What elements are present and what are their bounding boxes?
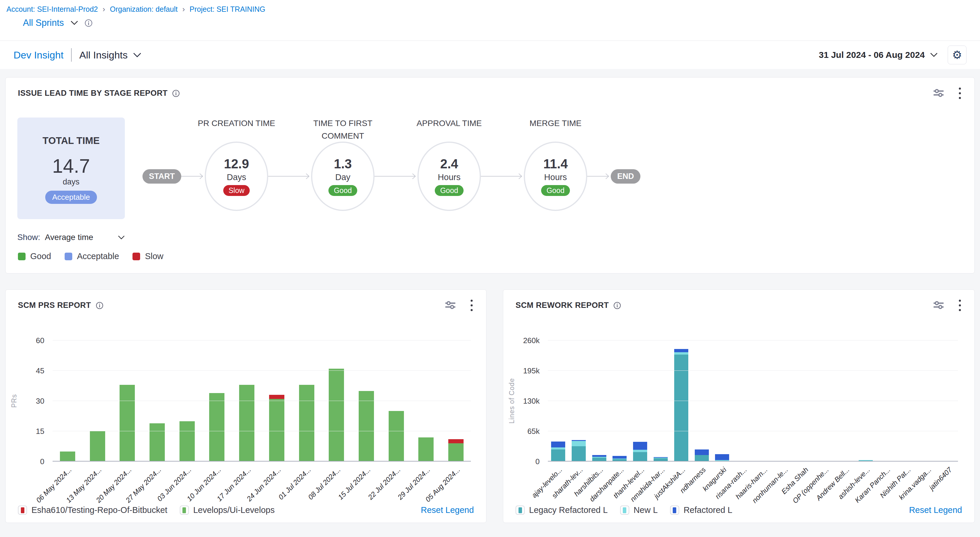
legend-item[interactable]: Levelops/Ui-Levelops bbox=[180, 505, 275, 515]
stage-ellipse[interactable]: 2.4 Hours Good bbox=[417, 141, 481, 211]
bar-segment[interactable] bbox=[448, 443, 464, 461]
bar-segment[interactable] bbox=[572, 441, 586, 446]
bar-segment[interactable] bbox=[269, 399, 284, 461]
bar[interactable] bbox=[448, 439, 464, 461]
reset-legend-link[interactable]: Reset Legend bbox=[421, 505, 474, 515]
bar-segment[interactable] bbox=[551, 442, 565, 448]
show-dropdown[interactable]: Show: Average time bbox=[18, 233, 125, 242]
bar[interactable] bbox=[119, 385, 135, 461]
bar-segment[interactable] bbox=[180, 421, 195, 461]
bar-segment[interactable] bbox=[674, 349, 688, 352]
bar[interactable] bbox=[674, 349, 688, 461]
stage-0[interactable]: PR CREATION TIME 12.9 Days Slow bbox=[205, 141, 268, 211]
bar-segment[interactable] bbox=[150, 423, 165, 461]
legend-item[interactable]: Esha610/Testing-Repo-Of-Bitbucket bbox=[18, 505, 167, 515]
bar-segment[interactable] bbox=[90, 431, 105, 461]
bar[interactable] bbox=[418, 437, 434, 461]
bar-segment[interactable] bbox=[418, 437, 434, 461]
info-icon[interactable] bbox=[84, 19, 92, 27]
bar-segment[interactable] bbox=[633, 452, 647, 461]
bar[interactable] bbox=[60, 451, 75, 461]
chevron-down-icon[interactable] bbox=[133, 52, 141, 57]
bar[interactable] bbox=[572, 440, 586, 461]
bar[interactable] bbox=[209, 393, 224, 461]
bar[interactable] bbox=[592, 455, 606, 461]
chevron-down-icon[interactable] bbox=[930, 52, 938, 57]
y-tick-label: 15 bbox=[36, 427, 45, 436]
bar[interactable] bbox=[633, 442, 647, 461]
bar-segment[interactable] bbox=[633, 450, 647, 452]
bar-segment[interactable] bbox=[674, 352, 688, 354]
stage-ellipse[interactable]: 1.3 Day Good bbox=[311, 141, 375, 211]
total-time-value: 14.7 bbox=[52, 156, 90, 176]
bar[interactable] bbox=[90, 431, 105, 461]
breadcrumb-item[interactable]: Project: SEI TRAINING bbox=[189, 5, 265, 14]
date-range-selector[interactable]: 31 Jul 2024 - 06 Aug 2024 bbox=[819, 50, 938, 60]
bar-segment[interactable] bbox=[239, 385, 255, 461]
stage-2[interactable]: APPROVAL TIME 2.4 Hours Good bbox=[417, 141, 481, 211]
bar[interactable] bbox=[269, 395, 284, 461]
stage-3[interactable]: MERGE TIME 11.4 Hours Good bbox=[524, 141, 587, 211]
bar-segment[interactable] bbox=[269, 395, 284, 399]
sprint-selector[interactable]: All Sprints bbox=[23, 17, 92, 28]
insight-selector-label[interactable]: All Insights bbox=[79, 49, 127, 61]
filter-sliders-icon[interactable] bbox=[933, 88, 944, 99]
bar-segment[interactable] bbox=[329, 369, 344, 461]
bar-segment[interactable] bbox=[209, 393, 224, 461]
bar-segment[interactable] bbox=[119, 385, 135, 461]
stage-1[interactable]: TIME TO FIRST COMMENT 1.3 Day Good bbox=[311, 141, 375, 211]
bar[interactable] bbox=[299, 385, 314, 461]
info-icon[interactable] bbox=[96, 302, 103, 309]
bar-segment[interactable] bbox=[572, 446, 586, 461]
bar-segment[interactable] bbox=[60, 451, 75, 461]
insight-selector[interactable]: All Insights bbox=[79, 49, 141, 61]
info-icon[interactable] bbox=[172, 90, 180, 97]
legend-item[interactable]: New L bbox=[620, 505, 658, 515]
chevron-down-icon[interactable] bbox=[118, 235, 125, 240]
legend-item[interactable]: Legacy Refactored L bbox=[515, 505, 608, 515]
bar[interactable] bbox=[359, 391, 374, 461]
bar-segment[interactable] bbox=[695, 450, 709, 455]
bar-segment[interactable] bbox=[612, 456, 627, 459]
bar[interactable] bbox=[150, 423, 165, 461]
bar[interactable] bbox=[695, 450, 709, 461]
bar[interactable] bbox=[389, 411, 404, 461]
bar-segment[interactable] bbox=[633, 442, 647, 450]
stage-ellipse[interactable]: 11.4 Hours Good bbox=[524, 141, 587, 211]
breadcrumb-separator: › bbox=[102, 5, 105, 14]
info-icon[interactable] bbox=[613, 302, 621, 309]
bar-segment[interactable] bbox=[299, 385, 314, 461]
date-range-text[interactable]: 31 Jul 2024 - 06 Aug 2024 bbox=[819, 50, 925, 60]
bar-segment[interactable] bbox=[389, 411, 404, 461]
bar-segment[interactable] bbox=[359, 391, 374, 461]
breadcrumb-item[interactable]: Account: SEI-Internal-Prod2 bbox=[6, 5, 98, 14]
filter-sliders-icon[interactable] bbox=[933, 300, 944, 311]
legend-item[interactable]: Refactored L bbox=[670, 505, 732, 515]
chevron-down-icon[interactable] bbox=[70, 21, 78, 25]
bar[interactable] bbox=[551, 442, 565, 461]
bar-segment[interactable] bbox=[448, 439, 464, 443]
filter-sliders-icon[interactable] bbox=[445, 300, 456, 311]
legend-swatch[interactable] bbox=[515, 505, 525, 515]
legend-swatch[interactable] bbox=[18, 505, 27, 515]
stage-ellipse[interactable]: 12.9 Days Slow bbox=[205, 141, 268, 211]
legend-swatch[interactable] bbox=[670, 505, 679, 515]
reset-legend-link[interactable]: Reset Legend bbox=[909, 505, 962, 515]
insight-title-link[interactable]: Dev Insight bbox=[14, 49, 64, 61]
legend-swatch[interactable] bbox=[180, 505, 189, 515]
bar-segment[interactable] bbox=[551, 450, 565, 461]
kebab-menu-icon[interactable] bbox=[958, 86, 962, 100]
bar[interactable] bbox=[329, 369, 344, 461]
settings-button[interactable]: ⚙ bbox=[948, 46, 966, 64]
legend-swatch[interactable] bbox=[620, 505, 629, 515]
show-value[interactable]: Average time bbox=[45, 233, 93, 242]
bar[interactable] bbox=[715, 454, 729, 461]
kebab-menu-icon[interactable] bbox=[469, 299, 474, 312]
bar-segment[interactable] bbox=[695, 455, 709, 461]
bar[interactable] bbox=[180, 421, 195, 461]
bar[interactable] bbox=[239, 385, 255, 461]
breadcrumb-item[interactable]: Organization: default bbox=[110, 5, 178, 14]
sprint-selector-label[interactable]: All Sprints bbox=[23, 17, 64, 28]
bar-segment[interactable] bbox=[715, 454, 729, 460]
kebab-menu-icon[interactable] bbox=[958, 299, 962, 312]
